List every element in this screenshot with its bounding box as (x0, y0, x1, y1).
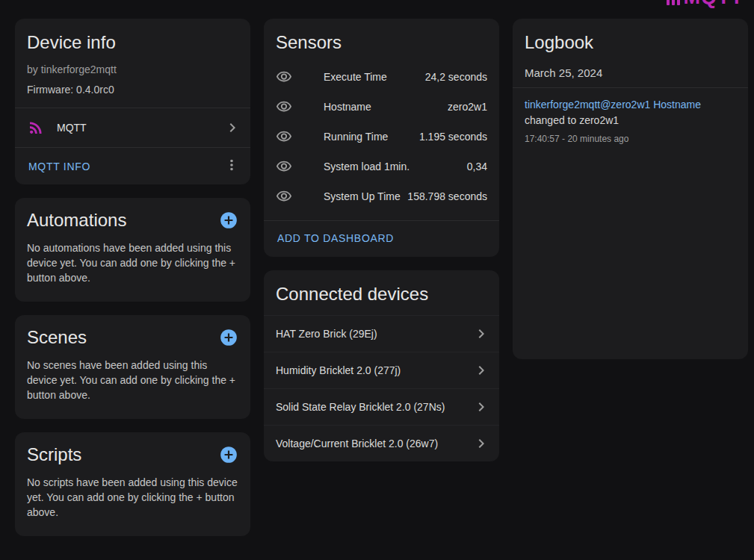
automations-title: Automations (27, 210, 126, 231)
add-to-dashboard-button[interactable]: ADD TO DASHBOARD (270, 225, 401, 251)
right-column: Logbook March 25, 2024 tinkerforge2mqtt@… (513, 19, 748, 359)
chevron-right-icon (472, 435, 490, 452)
eye-icon (276, 158, 292, 175)
chevron-right-icon (472, 398, 490, 416)
add-scene-button[interactable] (219, 328, 238, 347)
sensor-value: 1.195 seconds (419, 131, 487, 143)
connected-device-row[interactable]: Voltage/Current Bricklet 2.0 (26w7) (264, 425, 499, 461)
mqtt-logo-bars-icon (667, 0, 680, 7)
scripts-title: Scripts (27, 444, 81, 465)
logbook-card: Logbook March 25, 2024 tinkerforge2mqtt@… (513, 19, 748, 359)
connected-devices-card: Connected devices HAT Zero Brick (29Ej) … (264, 270, 499, 461)
sensor-row[interactable]: System Up Time 158.798 seconds (264, 181, 499, 211)
eye-icon (276, 99, 292, 115)
eye-icon (276, 69, 292, 85)
automations-card: Automations No automations have been add… (15, 198, 250, 302)
chevron-right-icon (472, 325, 490, 343)
chevron-right-icon (223, 119, 241, 137)
sensor-name: System load 1min. (324, 161, 410, 172)
logbook-entry-action: changed to zero2w1 (525, 114, 619, 126)
connected-device-row[interactable]: Humidity Bricklet 2.0 (277j) (264, 352, 499, 388)
eye-icon (276, 128, 292, 145)
connected-device-name: Humidity Bricklet 2.0 (277j) (276, 364, 401, 376)
scenes-empty-text: No scenes have been added using this dev… (27, 358, 238, 402)
connected-device-row[interactable]: HAT Zero Brick (29Ej) (264, 315, 499, 352)
mqtt-logo-text: MQTT (684, 0, 744, 7)
device-info-title: Device info (27, 32, 238, 53)
add-script-button[interactable] (219, 445, 238, 464)
connected-device-row[interactable]: Solid State Relay Bricklet 2.0 (27Ns) (264, 388, 499, 425)
add-automation-button[interactable] (219, 211, 238, 230)
scenes-card: Scenes No scenes have been added using t… (15, 315, 250, 419)
scenes-title: Scenes (27, 327, 87, 348)
sensors-card: Sensors Execute Time 24,2 seconds Hostna… (264, 19, 499, 257)
sensor-name: System Up Time (324, 190, 401, 202)
sensor-row[interactable]: Hostname zero2w1 (264, 92, 499, 122)
integration-mqtt-row[interactable]: MQTT (15, 108, 250, 147)
sensor-value: 24,2 seconds (425, 71, 487, 83)
overflow-menu-button[interactable] (219, 152, 244, 180)
left-column: Device info by tinkerforge2mqtt Firmware… (15, 19, 250, 536)
device-firmware: Firmware: 0.4.0rc0 (27, 84, 238, 96)
device-page: Device info by tinkerforge2mqtt Firmware… (0, 0, 754, 536)
scripts-card: Scripts No scripts have been added using… (15, 432, 250, 536)
mqtt-logo: MQTT (667, 0, 744, 8)
sensor-name: Execute Time (324, 71, 387, 83)
integration-label: MQTT (57, 122, 87, 134)
sensor-row[interactable]: Running Time 1.195 seconds (264, 122, 499, 152)
sensor-value: 158.798 seconds (407, 190, 487, 202)
sensor-row[interactable]: Execute Time 24,2 seconds (264, 62, 499, 92)
sensor-name: Running Time (324, 131, 388, 143)
chevron-right-icon (472, 361, 490, 379)
logbook-title: Logbook (525, 32, 736, 53)
logbook-date-header: March 25, 2024 (513, 53, 748, 88)
sensor-value: 0,34 (467, 161, 487, 172)
device-info-card: Device info by tinkerforge2mqtt Firmware… (15, 19, 250, 184)
connected-device-name: HAT Zero Brick (29Ej) (276, 328, 377, 340)
mqtt-info-button[interactable]: MQTT INFO (21, 154, 98, 179)
logbook-entry-time: 17:40:57 - 20 minutes ago (525, 131, 736, 147)
scripts-empty-text: No scripts have been added using this de… (27, 475, 238, 520)
automations-empty-text: No automations have been added using thi… (27, 240, 238, 285)
sensors-title: Sensors (276, 32, 487, 53)
connected-devices-title: Connected devices (276, 284, 487, 305)
sensor-row[interactable]: System load 1min. 0,34 (264, 152, 499, 181)
connected-device-name: Solid State Relay Bricklet 2.0 (27Ns) (276, 401, 445, 413)
logbook-entry: tinkerforge2mqtt@zero2w1 Hostname change… (513, 88, 748, 156)
eye-icon (276, 188, 292, 205)
sensor-name: Hostname (324, 101, 371, 113)
logbook-entity-link[interactable]: tinkerforge2mqtt@zero2w1 Hostname (525, 99, 701, 111)
device-byline: by tinkerforge2mqtt (27, 63, 238, 75)
middle-column: Sensors Execute Time 24,2 seconds Hostna… (264, 19, 499, 461)
mqtt-rss-icon (27, 119, 45, 137)
sensor-value: zero2w1 (448, 101, 487, 113)
connected-device-name: Voltage/Current Bricklet 2.0 (26w7) (276, 438, 438, 449)
